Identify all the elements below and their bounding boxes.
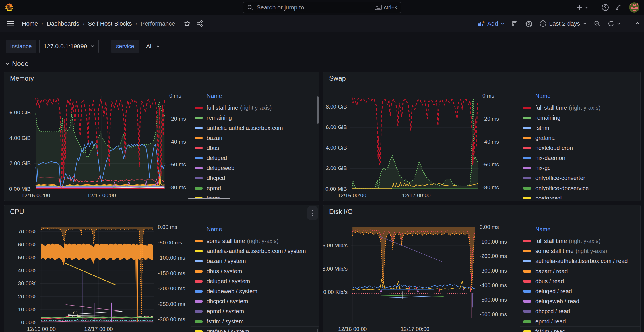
chevron-down-icon[interactable] <box>617 22 621 26</box>
legend-row[interactable]: dhcpcd / read <box>520 306 640 316</box>
legend-row[interactable]: bazarr / system <box>191 256 319 266</box>
row-node-header[interactable]: Node <box>0 53 644 68</box>
dashboard-settings-button[interactable] <box>525 20 533 27</box>
breadcrumb-home[interactable]: Home <box>22 20 38 27</box>
variable-label-service[interactable]: service <box>111 40 139 53</box>
series-label: nix-gc <box>535 165 550 171</box>
legend-row[interactable]: postgresql <box>520 193 640 199</box>
help-icon <box>602 4 609 11</box>
legend-hscrollbar[interactable] <box>188 198 230 199</box>
legend-row[interactable]: dhcpcd <box>191 173 319 183</box>
legend-header[interactable]: Name <box>520 91 640 103</box>
chart-memory[interactable]: 6.00 GiB4.00 GiB2.00 GiB0.00 MiB0 ms-20 … <box>4 85 191 201</box>
legend-row[interactable]: grafana / system <box>191 327 319 332</box>
legend-row[interactable]: nextcloud-cron <box>520 143 640 153</box>
legend-row[interactable]: onlyoffice-converter <box>520 173 640 183</box>
legend-scrollbar[interactable] <box>317 96 319 124</box>
legend-row[interactable]: dbus / read <box>520 276 640 286</box>
legend-row[interactable]: some stall time(right y-axis) <box>520 246 640 256</box>
series-color-chip <box>195 280 203 283</box>
legend-row[interactable]: grafana <box>520 133 640 143</box>
series-color-chip <box>523 310 531 313</box>
panel-title[interactable]: Disk I/O <box>323 205 640 218</box>
legend-row[interactable]: remaining <box>520 113 640 123</box>
legend-row[interactable]: dbus / system <box>191 266 319 276</box>
chart-swap[interactable]: 8.00 GiB6.00 GiB4.00 GiB2.00 GiB0.00 MiB… <box>323 85 520 201</box>
chart-plot[interactable] <box>34 96 166 189</box>
resize-handle[interactable] <box>315 329 318 332</box>
series-label: full stall time <box>535 105 567 111</box>
variable-value-instance[interactable]: 127.0.0.1:19999 <box>39 40 99 53</box>
legend-row[interactable]: authelia-authelia.tiserbox.com <box>191 123 319 133</box>
legend-row[interactable]: authelia-authelia.tiserbox.com / read <box>520 256 640 266</box>
panel-title[interactable]: CPU <box>4 205 319 218</box>
panel-title[interactable]: Memory <box>4 72 319 85</box>
chevron-up-icon <box>635 22 640 26</box>
star-icon[interactable] <box>184 20 191 27</box>
variable-value-service[interactable]: All <box>142 40 164 53</box>
y-axis-tick-left: 0.00% <box>21 319 36 326</box>
legend-row[interactable]: epmd / read <box>520 316 640 327</box>
legend-header[interactable]: Name <box>520 224 640 236</box>
legend-row[interactable]: bazarr / read <box>520 266 640 276</box>
legend-row[interactable]: fstrim / read <box>520 327 640 332</box>
search-input[interactable]: Search or jump to... ctrl+k <box>243 2 401 13</box>
legend-row[interactable]: deluged / system <box>191 276 319 286</box>
series-label: nextcloud-cron <box>535 145 573 151</box>
legend-row[interactable]: epmd <box>191 183 319 193</box>
legend-header[interactable]: Name <box>191 91 319 103</box>
help-button[interactable] <box>602 4 609 11</box>
news-button[interactable] <box>615 4 623 11</box>
legend-row[interactable]: bazarr <box>191 133 319 143</box>
legend-row[interactable]: deluged <box>191 153 319 163</box>
legend-header[interactable]: Name <box>191 224 319 236</box>
add-button[interactable]: Add <box>478 20 504 27</box>
panel-menu-button[interactable] <box>307 206 318 220</box>
legend-row[interactable]: some stall time(right y-axis) <box>191 236 319 246</box>
chart-plot[interactable] <box>351 227 476 323</box>
chart-disk-io[interactable]: 16.00 Mib/s8.00 Mib/s0.00 Kib/s0.00 ms-1… <box>323 218 520 332</box>
legend-row[interactable]: deluged / read <box>520 286 640 296</box>
series-color-chip <box>195 177 203 179</box>
refresh-button[interactable] <box>608 20 614 27</box>
grafana-logo[interactable] <box>4 2 14 13</box>
save-dashboard-button[interactable] <box>511 20 518 27</box>
menu-toggle-button[interactable] <box>7 20 14 27</box>
legend-row[interactable]: fstrim <box>520 123 640 133</box>
legend-row[interactable]: delugeweb / read <box>520 296 640 306</box>
legend-row[interactable]: fstrim / system <box>191 316 319 327</box>
legend-row[interactable]: authelia-authelia.tiserbox.com / system <box>191 246 319 256</box>
legend-row[interactable]: nix-daemon <box>520 153 640 163</box>
zoom-out-button[interactable] <box>594 20 601 27</box>
chart-plot[interactable] <box>40 227 154 323</box>
legend-row[interactable]: full stall time(right y-axis) <box>191 103 319 113</box>
legend-row[interactable]: full stall time(right y-axis) <box>520 236 640 246</box>
legend-row[interactable]: nix-gc <box>520 163 640 173</box>
legend-row[interactable]: onlyoffice-docservice <box>520 183 640 193</box>
new-button[interactable] <box>576 4 589 11</box>
avatar[interactable] <box>629 2 639 13</box>
y-axis-tick-right: -50.00 ms <box>158 240 182 246</box>
legend-row[interactable]: dhcpcd / system <box>191 296 319 306</box>
legend-row[interactable]: delugeweb <box>191 163 319 173</box>
legend-row[interactable]: epmd / system <box>191 306 319 316</box>
variable-label-instance[interactable]: instance <box>6 40 36 53</box>
share-icon[interactable] <box>196 20 203 27</box>
breadcrumb-dashboards[interactable]: Dashboards <box>47 20 79 27</box>
series-label: some stall time <box>207 238 245 244</box>
collapse-toolbar-button[interactable] <box>635 22 640 26</box>
chevron-down-icon <box>90 44 94 48</box>
chart-cpu[interactable]: 70.00%60.00%50.00%40.00%30.00%20.00%10.0… <box>4 218 191 332</box>
time-range-picker[interactable]: Last 2 days <box>540 20 587 27</box>
legend-row[interactable]: full stall time(right y-axis) <box>520 103 640 113</box>
search-shortcut: ctrl+k <box>375 4 397 11</box>
legend-row[interactable]: remaining <box>191 113 319 123</box>
panel-title[interactable]: Swap <box>323 72 640 85</box>
chart-plot[interactable] <box>350 96 479 189</box>
series-color-chip <box>523 147 531 149</box>
breadcrumb-folder[interactable]: Self Host Blocks <box>88 20 132 27</box>
time-range-label: Last 2 days <box>549 20 580 27</box>
legend-row[interactable]: dbus <box>191 143 319 153</box>
legend-row[interactable]: delugeweb / system <box>191 286 319 296</box>
series-color-chip <box>523 127 531 129</box>
